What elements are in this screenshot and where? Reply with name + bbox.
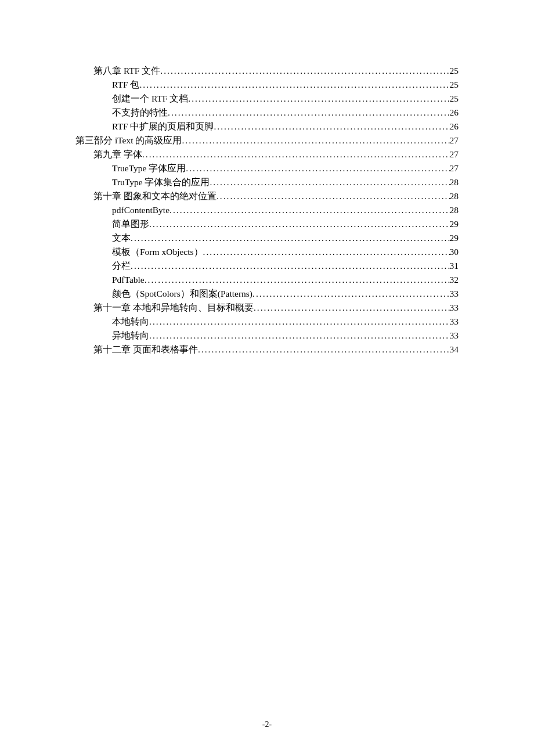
toc-entry-label: 第九章 字体 <box>93 147 142 161</box>
toc-entry: 第八章 RTF 文件 25 <box>75 64 459 78</box>
toc-dot-leader <box>217 189 450 203</box>
toc-entry-label: TruType 字体集合的应用 <box>112 175 210 189</box>
toc-entry-page: 27 <box>450 161 459 175</box>
toc-entry: 创建一个 RTF 文档 25 <box>75 92 459 106</box>
toc-entry: 第九章 字体27 <box>75 147 459 161</box>
toc-entry-label: 异地转向 <box>112 329 149 343</box>
toc-entry: 不支持的特性26 <box>75 106 459 120</box>
toc-entry: 颜色（SpotColors）和图案(Patterns) 33 <box>75 287 459 301</box>
toc-entry-page: 26 <box>450 106 459 120</box>
toc-dot-leader <box>149 315 450 329</box>
toc-entry-label: TrueType 字体应用 <box>112 161 186 175</box>
toc-entry-label: 不支持的特性 <box>112 106 168 120</box>
toc-entry-page: 34 <box>450 343 459 357</box>
toc-entry: 本地转向33 <box>75 315 459 329</box>
toc-entry-page: 29 <box>450 231 459 245</box>
toc-dot-leader <box>182 134 449 147</box>
toc-entry-page: 30 <box>450 245 459 259</box>
toc-entry-label: PdfTable <box>112 273 145 287</box>
toc-entry: 第三部分 iText 的高级应用 27 <box>75 134 459 147</box>
toc-entry-page: 25 <box>450 78 459 92</box>
toc-entry-label: 简单图形 <box>112 217 149 231</box>
toc-entry-page: 33 <box>450 329 459 343</box>
toc-entry: RTF 中扩展的页眉和页脚 26 <box>75 120 459 134</box>
toc-dot-leader <box>188 92 449 106</box>
table-of-contents: 第八章 RTF 文件 25RTF 包 25创建一个 RTF 文档 25不支持的特… <box>75 64 459 357</box>
toc-entry: 第十二章 页面和表格事件34 <box>75 343 459 357</box>
toc-entry: TrueType 字体应用 27 <box>75 161 459 175</box>
toc-entry: 第十一章 本地和异地转向、目标和概要33 <box>75 301 459 315</box>
toc-entry: 简单图形29 <box>75 217 459 231</box>
toc-entry: 模板（Form xObjects） 30 <box>75 245 459 259</box>
toc-entry-page: 29 <box>450 217 459 231</box>
toc-entry-page: 28 <box>450 175 459 189</box>
toc-dot-leader <box>169 203 449 217</box>
toc-entry-label: 第三部分 iText 的高级应用 <box>75 134 182 147</box>
toc-dot-leader <box>186 161 449 175</box>
toc-entry-label: 第十章 图象和文本的绝对位置 <box>93 189 217 203</box>
toc-dot-leader <box>252 287 449 301</box>
toc-entry-page: 27 <box>450 147 459 161</box>
toc-entry-label: RTF 包 <box>112 78 139 92</box>
toc-entry: RTF 包 25 <box>75 78 459 92</box>
toc-dot-leader <box>254 301 450 315</box>
toc-dot-leader <box>131 259 450 273</box>
toc-dot-leader <box>168 106 450 120</box>
toc-entry: pdfContentByte 28 <box>75 203 459 217</box>
toc-entry-label: 分栏 <box>112 259 131 273</box>
toc-entry-page: 33 <box>450 301 459 315</box>
toc-dot-leader <box>149 217 450 231</box>
toc-entry-label: 颜色（SpotColors）和图案(Patterns) <box>112 287 252 301</box>
toc-entry-label: 第八章 RTF 文件 <box>93 64 160 78</box>
document-page: 第八章 RTF 文件 25RTF 包 25创建一个 RTF 文档 25不支持的特… <box>0 0 534 756</box>
toc-entry-page: 27 <box>450 134 459 147</box>
toc-entry-label: 模板（Form xObjects） <box>112 245 203 259</box>
toc-entry-page: 26 <box>450 120 459 134</box>
toc-entry-page: 25 <box>450 64 459 78</box>
toc-entry-label: 创建一个 RTF 文档 <box>112 92 188 106</box>
toc-entry-page: 25 <box>450 92 459 106</box>
toc-entry: 文本29 <box>75 231 459 245</box>
toc-entry: 分栏31 <box>75 259 459 273</box>
toc-entry-page: 28 <box>450 189 459 203</box>
toc-entry-label: pdfContentByte <box>112 203 169 217</box>
toc-entry-label: 第十二章 页面和表格事件 <box>93 343 198 357</box>
toc-dot-leader <box>139 78 449 92</box>
toc-entry: TruType 字体集合的应用28 <box>75 175 459 189</box>
toc-entry-page: 33 <box>450 315 459 329</box>
toc-dot-leader <box>203 245 450 259</box>
toc-dot-leader <box>145 273 450 287</box>
toc-entry-label: 第十一章 本地和异地转向、目标和概要 <box>93 301 254 315</box>
page-number: -2- <box>0 720 534 729</box>
toc-entry: 第十章 图象和文本的绝对位置28 <box>75 189 459 203</box>
toc-dot-leader <box>198 343 450 357</box>
toc-entry-label: 本地转向 <box>112 315 149 329</box>
toc-entry-page: 32 <box>450 273 459 287</box>
toc-entry: 异地转向33 <box>75 329 459 343</box>
toc-dot-leader <box>210 175 449 189</box>
toc-entry-label: 文本 <box>112 231 131 245</box>
toc-entry-page: 31 <box>450 259 459 273</box>
toc-entry-label: RTF 中扩展的页眉和页脚 <box>112 120 214 134</box>
toc-dot-leader <box>131 231 450 245</box>
toc-dot-leader <box>142 147 450 161</box>
toc-dot-leader <box>160 64 449 78</box>
toc-dot-leader <box>149 329 450 343</box>
toc-dot-leader <box>214 120 449 134</box>
toc-entry-page: 28 <box>450 203 459 217</box>
toc-entry-page: 33 <box>450 287 459 301</box>
toc-entry: PdfTable 32 <box>75 273 459 287</box>
